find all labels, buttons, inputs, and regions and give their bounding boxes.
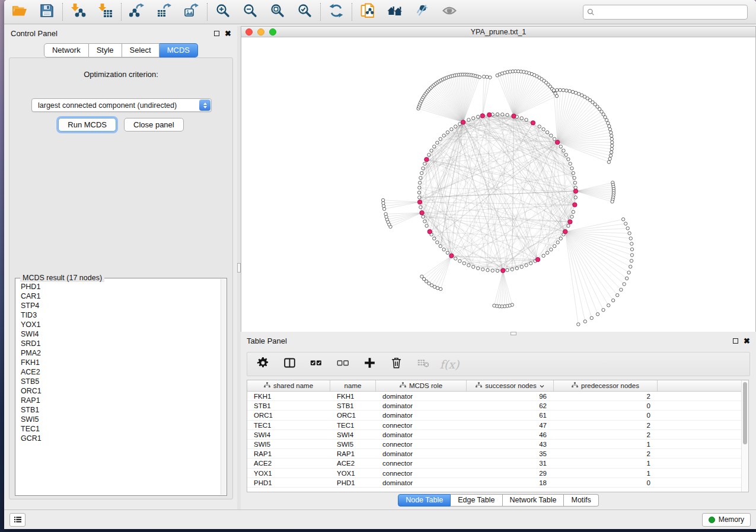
- fan-node[interactable]: [610, 144, 613, 147]
- optimization-criterion-select[interactable]: largest connected component (undirected): [31, 98, 212, 112]
- fan-node[interactable]: [574, 91, 577, 94]
- tab-style[interactable]: Style: [89, 43, 122, 57]
- hub-node[interactable]: [480, 114, 484, 118]
- ring-node[interactable]: [419, 177, 422, 180]
- ring-node[interactable]: [481, 268, 484, 271]
- fan-node[interactable]: [607, 121, 610, 124]
- toggle-panel-columns-button[interactable]: [282, 357, 296, 371]
- ring-node[interactable]: [556, 241, 559, 243]
- mcds-result-item[interactable]: STB5: [21, 377, 227, 386]
- hub-node[interactable]: [555, 140, 559, 144]
- fan-node[interactable]: [621, 218, 624, 221]
- fan-node[interactable]: [608, 124, 611, 127]
- table-row[interactable]: SWI4SWI4dominator462: [247, 430, 748, 440]
- settings-gear-button[interactable]: [256, 357, 270, 371]
- ring-node[interactable]: [454, 125, 457, 128]
- fan-node[interactable]: [607, 161, 610, 164]
- fan-node[interactable]: [493, 304, 496, 307]
- ring-node[interactable]: [506, 113, 509, 116]
- ring-node[interactable]: [491, 269, 494, 272]
- fan-node[interactable]: [628, 232, 631, 235]
- ring-node[interactable]: [553, 245, 556, 248]
- mcds-result-item[interactable]: SWI4: [21, 329, 227, 339]
- ring-node[interactable]: [458, 259, 461, 262]
- ring-node[interactable]: [442, 248, 445, 251]
- ring-node[interactable]: [472, 117, 475, 120]
- run-mcds-button[interactable]: Run MCDS: [58, 118, 116, 132]
- table-splitter-handle[interactable]: [511, 332, 516, 335]
- mcds-result-item[interactable]: ORC1: [21, 386, 227, 396]
- fan-node[interactable]: [562, 89, 564, 92]
- memory-button[interactable]: Memory: [702, 513, 751, 527]
- ring-node[interactable]: [542, 128, 545, 131]
- fan-node[interactable]: [611, 200, 614, 203]
- ring-node[interactable]: [496, 113, 499, 116]
- ring-node[interactable]: [420, 171, 423, 174]
- ring-node[interactable]: [425, 225, 428, 227]
- fan-node[interactable]: [565, 89, 568, 92]
- ring-node[interactable]: [428, 153, 430, 156]
- ring-node[interactable]: [446, 131, 449, 134]
- select-all-button[interactable]: [309, 357, 323, 371]
- tab-network-table[interactable]: Network Table: [503, 494, 564, 507]
- hub-node[interactable]: [563, 229, 567, 233]
- fan-node[interactable]: [555, 94, 558, 97]
- tab-motifs[interactable]: Motifs: [564, 494, 598, 507]
- ring-node[interactable]: [496, 269, 499, 272]
- ring-node[interactable]: [542, 254, 545, 257]
- mcds-result-item[interactable]: PMA2: [21, 348, 227, 358]
- fan-node[interactable]: [596, 313, 599, 316]
- ring-node[interactable]: [450, 128, 453, 131]
- ring-node[interactable]: [515, 267, 518, 270]
- ring-node[interactable]: [553, 137, 556, 140]
- ring-node[interactable]: [562, 149, 565, 152]
- mcds-result-item[interactable]: RAP1: [21, 396, 227, 405]
- close-panel-icon[interactable]: ✖: [225, 31, 231, 36]
- ring-node[interactable]: [472, 265, 475, 268]
- ring-node[interactable]: [574, 196, 577, 199]
- ring-node[interactable]: [546, 251, 548, 254]
- ring-node[interactable]: [439, 137, 442, 140]
- ring-node[interactable]: [538, 125, 541, 128]
- ring-node[interactable]: [439, 245, 442, 248]
- fan-node[interactable]: [630, 248, 633, 251]
- ring-node[interactable]: [550, 248, 553, 251]
- hub-node[interactable]: [501, 268, 505, 273]
- fan-node[interactable]: [624, 222, 627, 225]
- ring-node[interactable]: [573, 181, 576, 184]
- hub-node[interactable]: [573, 189, 578, 193]
- ring-node[interactable]: [418, 186, 421, 189]
- fan-node[interactable]: [605, 118, 608, 121]
- table-row[interactable]: RAP1RAP1dominator352: [247, 449, 748, 459]
- tab-select[interactable]: Select: [122, 43, 160, 57]
- console-list-button[interactable]: [9, 513, 25, 527]
- hide-graphics-details-button[interactable]: [414, 4, 430, 20]
- fan-node[interactable]: [630, 254, 633, 257]
- fan-node[interactable]: [571, 90, 574, 93]
- hub-node[interactable]: [487, 113, 492, 117]
- ring-node[interactable]: [572, 210, 575, 213]
- zoom-selected-button[interactable]: [296, 4, 313, 20]
- ring-node[interactable]: [417, 191, 420, 194]
- mcds-list-scrollbar[interactable]: [221, 279, 226, 495]
- ring-node[interactable]: [529, 262, 532, 265]
- fan-node[interactable]: [559, 88, 562, 91]
- mcds-result-item[interactable]: SWI5: [21, 415, 227, 424]
- ring-node[interactable]: [559, 145, 562, 148]
- hub-node[interactable]: [535, 257, 540, 261]
- close-table-panel-icon[interactable]: ✖: [744, 338, 750, 344]
- close-panel-button[interactable]: Close panel: [124, 118, 184, 132]
- ring-node[interactable]: [525, 118, 528, 121]
- import-network-button[interactable]: [70, 4, 87, 20]
- ring-node[interactable]: [433, 237, 436, 240]
- hub-node[interactable]: [512, 114, 516, 118]
- fan-node[interactable]: [611, 141, 614, 144]
- mcds-result-item[interactable]: YOX1: [21, 320, 227, 329]
- add-column-button[interactable]: [362, 357, 377, 371]
- ring-node[interactable]: [423, 220, 426, 223]
- fan-node[interactable]: [486, 75, 489, 78]
- fan-node[interactable]: [608, 128, 611, 131]
- ring-node[interactable]: [572, 171, 575, 174]
- fan-node[interactable]: [630, 242, 633, 245]
- fan-node[interactable]: [439, 287, 442, 290]
